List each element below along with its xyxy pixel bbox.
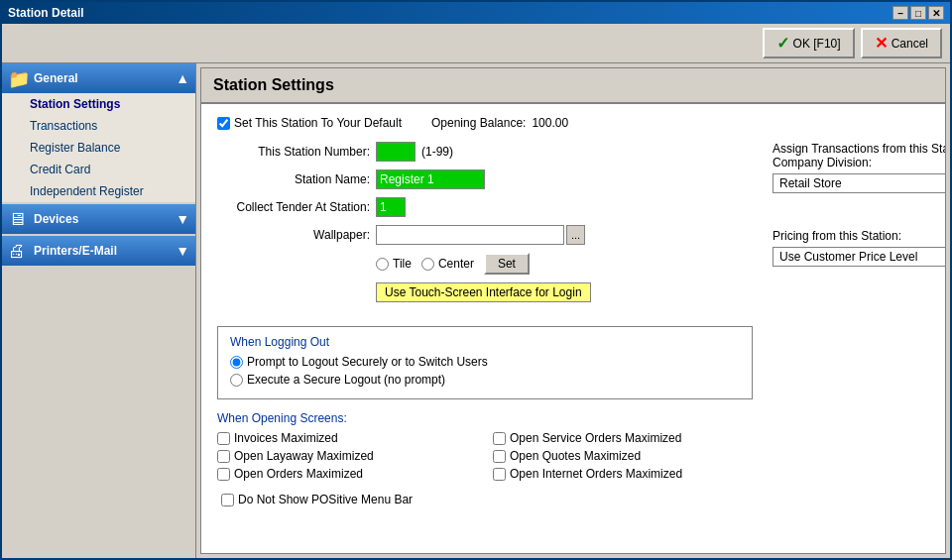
open-service-orders-label[interactable]: Open Service Orders Maximized xyxy=(493,431,753,445)
sidebar-general-items: Station Settings Transactions Register B… xyxy=(2,93,195,202)
tile-radio-label[interactable]: Tile xyxy=(376,257,412,271)
sidebar: 📁 General ▲ Station Settings Transaction… xyxy=(2,63,196,558)
sidebar-header-printers[interactable]: 🖨 Printers/E-Mail ▼ xyxy=(2,236,195,266)
station-number-input[interactable] xyxy=(376,142,416,162)
center-radio-label[interactable]: Center xyxy=(421,257,474,271)
station-detail-window: Station Detail – □ ✕ ✓ OK [F10] ✕ Cancel… xyxy=(0,0,952,560)
minimize-button[interactable]: – xyxy=(892,6,908,20)
opening-balance-label: Opening Balance: xyxy=(431,116,526,130)
content-area: Station Settings Set This Station To You… xyxy=(200,67,946,554)
assign-transactions-label: Assign Transactions from this Station to… xyxy=(773,142,946,169)
opening-balance-row: Opening Balance: 100.00 xyxy=(431,116,568,130)
sidebar-section-general: 📁 General ▲ Station Settings Transaction… xyxy=(2,63,195,202)
set-default-text: Set This Station To Your Default xyxy=(234,116,402,130)
maximize-button[interactable]: □ xyxy=(910,6,926,20)
open-layaway-checkbox[interactable] xyxy=(217,450,230,463)
prompt-logout-text: Prompt to Logout Securely or to Switch U… xyxy=(247,355,488,369)
do-not-show-label[interactable]: Do Not Show POSitive Menu Bar xyxy=(221,493,753,506)
collect-tender-row: Collect Tender At Station: xyxy=(217,197,753,217)
sidebar-devices-title: Devices xyxy=(34,212,78,226)
touch-screen-button[interactable]: Use Touch-Screen Interface for Login xyxy=(376,282,591,302)
sidebar-item-independent-register[interactable]: Independent Register xyxy=(2,180,195,202)
collect-tender-input[interactable] xyxy=(376,197,406,217)
right-column: Assign Transactions from this Station to… xyxy=(773,142,946,506)
set-default-checkbox[interactable] xyxy=(217,117,230,130)
open-internet-orders-checkbox[interactable] xyxy=(493,468,506,481)
open-quotes-checkbox[interactable] xyxy=(493,450,506,463)
execute-logout-label[interactable]: Execute a Secure Logout (no prompt) xyxy=(230,373,740,387)
top-settings-row: Set This Station To Your Default Opening… xyxy=(217,116,929,130)
x-icon: ✕ xyxy=(875,34,888,53)
logging-out-box: When Logging Out Prompt to Logout Secure… xyxy=(217,326,753,399)
execute-logout-text: Execute a Secure Logout (no prompt) xyxy=(247,373,445,387)
close-button[interactable]: ✕ xyxy=(928,6,944,20)
ok-button[interactable]: ✓ OK [F10] xyxy=(763,28,855,58)
tile-center-row: Tile Center Set xyxy=(376,253,753,275)
browse-button[interactable]: ... xyxy=(566,225,585,245)
open-internet-orders-label[interactable]: Open Internet Orders Maximized xyxy=(493,467,753,481)
opening-screens-grid: Invoices Maximized Open Service Orders M… xyxy=(217,431,753,481)
chevron-down-icon: ▼ xyxy=(176,211,189,227)
center-label: Center xyxy=(438,257,474,271)
title-bar: Station Detail – □ ✕ xyxy=(2,2,950,24)
content-header: Station Settings xyxy=(201,68,945,104)
invoices-maximized-label[interactable]: Invoices Maximized xyxy=(217,431,477,445)
pricing-select[interactable]: Use Customer Price Level Option 2 xyxy=(773,247,946,267)
wallpaper-label: Wallpaper: xyxy=(217,228,376,242)
content-body: Set This Station To Your Default Opening… xyxy=(201,104,945,518)
printer-icon: 🖨 xyxy=(8,241,28,261)
opening-screens-box: When Opening Screens: Invoices Maximized… xyxy=(217,411,753,481)
main-area: 📁 General ▲ Station Settings Transaction… xyxy=(2,63,950,558)
opening-balance-value: 100.00 xyxy=(532,116,568,130)
invoices-maximized-checkbox[interactable] xyxy=(217,432,230,445)
prompt-logout-radio[interactable] xyxy=(230,356,243,369)
toolbar: ✓ OK [F10] ✕ Cancel xyxy=(2,24,950,63)
station-number-row: This Station Number: (1-99) xyxy=(217,142,753,162)
chevron-down-icon-2: ▼ xyxy=(176,243,189,259)
sidebar-header-general[interactable]: 📁 General ▲ xyxy=(2,63,195,93)
devices-icon: 🖥 xyxy=(8,209,28,229)
pricing-label: Pricing from this Station: xyxy=(773,229,946,243)
open-orders-label[interactable]: Open Orders Maximized xyxy=(217,467,477,481)
check-icon: ✓ xyxy=(776,34,789,53)
cancel-button[interactable]: ✕ Cancel xyxy=(861,28,942,58)
station-name-label: Station Name: xyxy=(217,172,376,186)
chevron-up-icon: ▲ xyxy=(176,70,189,86)
station-name-input[interactable] xyxy=(376,169,485,189)
title-bar-controls: – □ ✕ xyxy=(892,6,944,20)
sidebar-header-devices[interactable]: 🖥 Devices ▼ xyxy=(2,204,195,234)
wallpaper-input[interactable] xyxy=(376,225,564,245)
set-default-label[interactable]: Set This Station To Your Default xyxy=(217,116,402,130)
logging-out-title: When Logging Out xyxy=(230,335,740,349)
do-not-show-text: Do Not Show POSitive Menu Bar xyxy=(238,493,413,506)
station-number-label: This Station Number: xyxy=(217,145,376,159)
station-name-row: Station Name: xyxy=(217,169,753,189)
touch-screen-row: Use Touch-Screen Interface for Login xyxy=(376,282,753,314)
wallpaper-row: Wallpaper: ... xyxy=(217,225,753,245)
sidebar-item-register-balance[interactable]: Register Balance xyxy=(2,137,195,159)
sidebar-item-transactions[interactable]: Transactions xyxy=(2,115,195,137)
tile-radio[interactable] xyxy=(376,258,389,271)
content-title: Station Settings xyxy=(213,76,334,93)
left-column: This Station Number: (1-99) Station Name… xyxy=(217,142,753,506)
collect-tender-label: Collect Tender At Station: xyxy=(217,200,376,214)
prompt-logout-label[interactable]: Prompt to Logout Securely or to Switch U… xyxy=(230,355,740,369)
two-col-layout: This Station Number: (1-99) Station Name… xyxy=(217,142,929,506)
set-button[interactable]: Set xyxy=(484,253,530,275)
open-service-orders-checkbox[interactable] xyxy=(493,432,506,445)
company-division-select[interactable]: Retail Store Option 2 xyxy=(773,173,946,193)
open-quotes-label[interactable]: Open Quotes Maximized xyxy=(493,449,753,463)
tile-label: Tile xyxy=(393,257,412,271)
folder-icon: 📁 xyxy=(8,68,28,88)
sidebar-item-credit-card[interactable]: Credit Card xyxy=(2,159,195,180)
open-orders-checkbox[interactable] xyxy=(217,468,230,481)
open-layaway-label[interactable]: Open Layaway Maximized xyxy=(217,449,477,463)
do-not-show-checkbox[interactable] xyxy=(221,494,234,506)
window-title: Station Detail xyxy=(8,6,84,20)
execute-logout-radio[interactable] xyxy=(230,374,243,387)
center-radio[interactable] xyxy=(421,258,434,271)
sidebar-general-title: General xyxy=(34,71,78,85)
ok-label: OK [F10] xyxy=(793,37,841,51)
sidebar-item-station-settings[interactable]: Station Settings xyxy=(2,93,195,115)
sidebar-printers-title: Printers/E-Mail xyxy=(34,244,117,258)
